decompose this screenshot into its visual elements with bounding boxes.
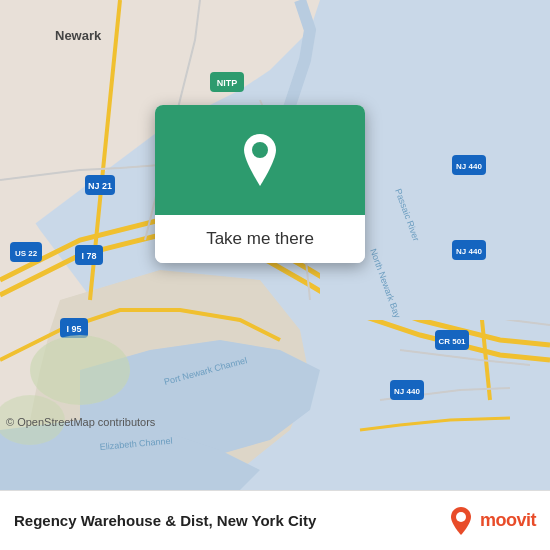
map-container: NJ 21 US 22 I 78 I 95 NJ 440 NJ 440 NJ 4… bbox=[0, 0, 550, 490]
svg-text:NITP: NITP bbox=[217, 78, 238, 88]
moovit-pin-icon bbox=[447, 507, 475, 535]
svg-text:Newark: Newark bbox=[55, 28, 102, 43]
svg-text:I 78: I 78 bbox=[81, 251, 96, 261]
moovit-text: moovit bbox=[480, 510, 536, 531]
map-attribution: © OpenStreetMap contributors bbox=[6, 416, 155, 428]
svg-point-30 bbox=[252, 142, 268, 158]
location-pin-icon bbox=[238, 134, 282, 186]
popup-button-area: Take me there bbox=[155, 215, 365, 263]
svg-point-31 bbox=[456, 512, 466, 522]
place-name: Regency Warehouse & Dist, New York City bbox=[14, 512, 447, 529]
svg-text:NJ 440: NJ 440 bbox=[456, 247, 482, 256]
svg-text:NJ 440: NJ 440 bbox=[394, 387, 420, 396]
location-popup: Take me there bbox=[155, 105, 365, 263]
svg-text:CR 501: CR 501 bbox=[438, 337, 466, 346]
moovit-logo: moovit bbox=[447, 507, 536, 535]
svg-text:NJ 440: NJ 440 bbox=[456, 162, 482, 171]
svg-point-28 bbox=[30, 335, 130, 405]
popup-header bbox=[155, 105, 365, 215]
svg-text:I 95: I 95 bbox=[66, 324, 81, 334]
svg-text:NJ 21: NJ 21 bbox=[88, 181, 112, 191]
bottom-bar: Regency Warehouse & Dist, New York City … bbox=[0, 490, 550, 550]
take-me-there-button[interactable]: Take me there bbox=[165, 229, 355, 249]
svg-text:US 22: US 22 bbox=[15, 249, 38, 258]
